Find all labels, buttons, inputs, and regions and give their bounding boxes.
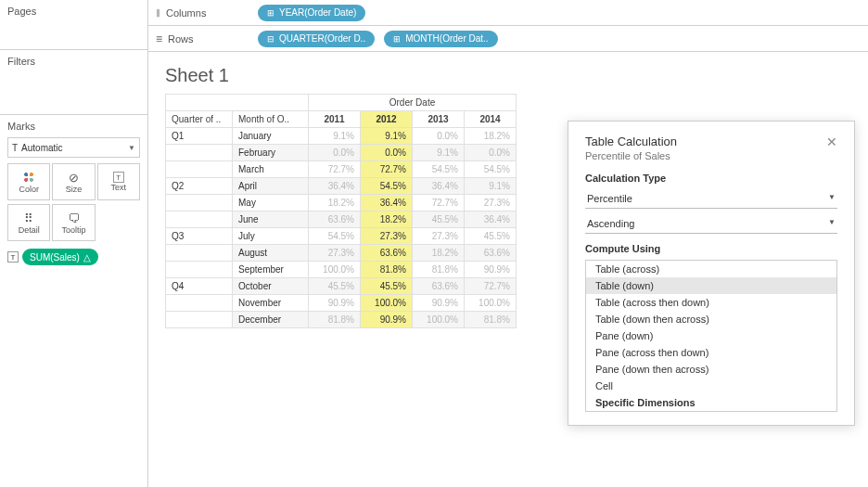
value-cell: 100.0%: [465, 295, 517, 312]
text-card[interactable]: T Text: [97, 163, 140, 200]
value-cell: 54.5%: [361, 178, 413, 195]
close-icon[interactable]: ✕: [826, 135, 837, 149]
calc-type-value: Percentile: [587, 193, 632, 204]
dialog-subtitle: Percentile of Sales: [585, 150, 677, 161]
caret-down-icon: ▼: [828, 193, 836, 204]
month-cell: September: [233, 262, 309, 278]
value-cell: 81.8%: [361, 262, 413, 278]
value-cell: 54.5%: [309, 228, 361, 245]
value-cell: 63.6%: [413, 278, 465, 295]
caret-down-icon: ▼: [128, 144, 135, 152]
rows-icon: ≡: [156, 32, 162, 45]
side-panel: Pages Filters Marks T Automatic ▼ Color …: [0, 0, 148, 487]
compute-option[interactable]: Pane (down): [586, 327, 836, 344]
value-cell: 72.7%: [361, 161, 413, 178]
compute-using-label: Compute Using: [585, 243, 837, 254]
quarter-cell: Q1: [166, 128, 233, 145]
sum-sales-pill[interactable]: SUM(Sales) △: [22, 249, 98, 265]
color-card[interactable]: Color: [7, 163, 50, 200]
sheet-title[interactable]: Sheet 1: [165, 65, 851, 86]
pill-label: SUM(Sales): [30, 252, 80, 263]
value-cell: 63.6%: [361, 245, 413, 262]
month-cell: July: [233, 228, 309, 245]
mark-type-value: Automatic: [21, 143, 128, 153]
value-cell: 9.1%: [361, 128, 413, 145]
value-cell: 27.3%: [361, 228, 413, 245]
quarter-pill-label: QUARTER(Order D..: [279, 33, 365, 44]
quarter-cell: [166, 312, 233, 328]
order-select[interactable]: Ascending ▼: [585, 214, 837, 234]
quarter-cell: [166, 295, 233, 312]
month-header[interactable]: Month of O..: [233, 111, 309, 128]
quarter-header[interactable]: Quarter of ..: [166, 111, 233, 128]
year-pill-label: YEAR(Order Date): [279, 7, 356, 18]
quarter-cell: [166, 262, 233, 278]
rows-shelf[interactable]: ≡ Rows ⊟ QUARTER(Order D.. ⊞ MONTH(Order…: [148, 26, 868, 52]
compute-option[interactable]: Table (across): [586, 261, 836, 277]
year-header[interactable]: 2011: [309, 111, 361, 128]
month-pill[interactable]: ⊞ MONTH(Order Dat..: [384, 31, 497, 47]
size-card-label: Size: [66, 185, 83, 194]
value-cell: 81.8%: [465, 312, 517, 328]
collapse-icon: ⊟: [267, 34, 274, 44]
year-header[interactable]: 2014: [465, 111, 517, 128]
value-cell: 72.7%: [413, 195, 465, 211]
month-cell: February: [233, 145, 309, 161]
text-card-label: Text: [111, 183, 127, 192]
compute-option[interactable]: Table (across then down): [586, 294, 836, 311]
value-cell: 63.6%: [309, 211, 361, 228]
month-cell: May: [233, 195, 309, 211]
compute-option[interactable]: Cell: [586, 378, 836, 394]
compute-option[interactable]: Table (down then across): [586, 311, 836, 327]
month-cell: June: [233, 211, 309, 228]
year-header[interactable]: 2013: [413, 111, 465, 128]
filters-label: Filters: [7, 56, 140, 67]
compute-option[interactable]: Specific Dimensions: [586, 394, 836, 411]
pages-shelf[interactable]: Pages: [0, 0, 147, 50]
quarter-pill[interactable]: ⊟ QUARTER(Order D..: [258, 31, 375, 47]
value-cell: 90.9%: [309, 295, 361, 312]
month-cell: April: [233, 178, 309, 195]
columns-shelf[interactable]: ⦀ Columns ⊞ YEAR(Order Date): [148, 0, 868, 26]
value-cell: 72.7%: [309, 161, 361, 178]
size-card[interactable]: ⊘ Size: [52, 163, 95, 200]
mark-type-dropdown[interactable]: T Automatic ▼: [7, 137, 140, 158]
quarter-cell: Q3: [166, 228, 233, 245]
tooltip-card[interactable]: 🗨 Tooltip: [52, 204, 95, 241]
month-cell: August: [233, 245, 309, 262]
value-cell: 100.0%: [413, 312, 465, 328]
detail-icon: ⠿: [24, 211, 33, 225]
compute-using-list[interactable]: Table (across)Table (down)Table (across …: [585, 260, 837, 412]
color-card-label: Color: [19, 185, 39, 194]
value-cell: 36.4%: [465, 211, 517, 228]
month-cell: October: [233, 278, 309, 295]
compute-option[interactable]: Pane (across then down): [586, 344, 836, 361]
value-cell: 45.5%: [361, 278, 413, 295]
year-header[interactable]: 2012: [361, 111, 413, 128]
value-cell: 81.8%: [309, 312, 361, 328]
compute-option[interactable]: Table (down): [586, 277, 836, 294]
color-icon: [22, 171, 35, 184]
value-cell: 54.5%: [465, 161, 517, 178]
month-cell: November: [233, 295, 309, 312]
calc-type-select[interactable]: Percentile ▼: [585, 189, 837, 209]
value-cell: 90.9%: [465, 262, 517, 278]
compute-option[interactable]: Pane (down then across): [586, 361, 836, 378]
quarter-cell: [166, 245, 233, 262]
value-cell: 18.2%: [465, 128, 517, 145]
year-pill[interactable]: ⊞ YEAR(Order Date): [258, 5, 365, 21]
detail-card[interactable]: ⠿ Detail: [7, 204, 50, 241]
month-pill-label: MONTH(Order Dat..: [405, 33, 488, 44]
caret-down-icon: ▼: [828, 218, 836, 229]
value-cell: 36.4%: [361, 195, 413, 211]
filters-shelf[interactable]: Filters: [0, 50, 147, 115]
table-calculation-dialog: Table Calculation Percentile of Sales ✕ …: [568, 121, 855, 426]
columns-label: Columns: [166, 7, 206, 19]
value-cell: 72.7%: [465, 278, 517, 295]
pages-label: Pages: [7, 6, 140, 17]
value-cell: 36.4%: [413, 178, 465, 195]
main-area: ⦀ Columns ⊞ YEAR(Order Date) ≡ Rows ⊟ QU…: [148, 0, 868, 487]
value-cell: 45.5%: [413, 211, 465, 228]
tooltip-card-label: Tooltip: [61, 225, 85, 235]
measure-on-text[interactable]: T SUM(Sales) △: [7, 249, 140, 265]
